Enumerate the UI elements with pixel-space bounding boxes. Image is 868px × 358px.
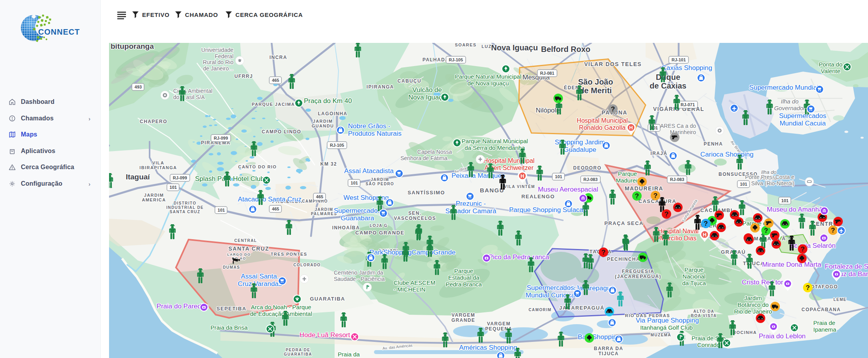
svg-text:Museu do Amanhã: Museu do Amanhã [767, 206, 823, 213]
svg-text:REALENGO: REALENGO [522, 194, 555, 199]
svg-text:?: ? [635, 192, 639, 200]
svg-text:LEME: LEME [833, 297, 846, 302]
svg-text:UniversidadeFederalRural do Ri: UniversidadeFederalRural do Riode Janeir… [201, 47, 233, 72]
svg-text:PARQUE JACIMAR: PARQUE JACIMAR [252, 102, 298, 107]
svg-text:RJ-083: RJ-083 [583, 177, 598, 182]
svg-text:?: ? [601, 249, 605, 256]
svg-text:Museu Aeroespacial: Museu Aeroespacial [538, 186, 598, 193]
svg-text:CANTO DO RIO: CANTO DO RIO [238, 164, 277, 169]
svg-text:São Joãode Meriti: São Joãode Meriti [578, 78, 613, 95]
svg-text:Mirante Dona Marta: Mirante Dona Marta [762, 261, 822, 268]
svg-text:Caxias Shopping: Caxias Shopping [662, 64, 713, 72]
svg-text:493: 493 [135, 85, 142, 89]
svg-text:RJ-101: RJ-101 [672, 57, 686, 62]
svg-text:SOARES: SOARES [455, 43, 477, 47]
svg-text:465: 465 [272, 78, 279, 83]
svg-text:TIJUCA: TIJUCA [743, 260, 764, 266]
svg-text:Supermercado Mundial: Supermercado Mundial [749, 84, 818, 91]
svg-text:Splash Park Hotel Clube: Splash Park Hotel Clube [195, 175, 268, 183]
svg-text:Arca do Noah - Parquede Educaç: Arca do Noah - Parquede Educação Ambient… [250, 304, 312, 317]
svg-text:?: ? [806, 284, 810, 292]
svg-text:?: ? [611, 105, 615, 113]
svg-text:MADUREIRA: MADUREIRA [625, 185, 663, 192]
svg-text:ParqueNacionalda Tijuca: ParqueNacionalda Tijuca [682, 266, 706, 286]
svg-text:Hospital MunicipalRonaldo Gazo: Hospital MunicipalRonaldo Gazolla [577, 117, 628, 131]
svg-text:VILA VINTÉM: VILA VINTÉM [504, 184, 535, 189]
svg-text:Praça do Km 40: Praça do Km 40 [304, 97, 352, 105]
svg-text:LAGOINHA: LAGOINHA [318, 111, 347, 116]
svg-text:ParkShoppingCampoGrande: ParkShoppingCampoGrande [370, 249, 455, 256]
svg-text:SupermercadosGuanabara: SupermercadosGuanabara [334, 207, 381, 222]
svg-text:LOJA G: LOJA G [370, 223, 387, 228]
svg-text:KM 32: KM 32 [320, 161, 337, 167]
svg-text:VARGEMGRANDE: VARGEMGRANDE [452, 312, 475, 323]
svg-text:465: 465 [272, 207, 279, 211]
svg-text:?: ? [704, 220, 708, 227]
svg-text:?: ? [801, 245, 805, 253]
svg-text:?: ? [664, 210, 668, 218]
svg-text:PEDRA DEGUARATIBA: PEDRA DEGUARATIBA [284, 348, 312, 356]
svg-text:IRAJÁ: IRAJÁ [650, 150, 667, 156]
svg-text:DEODORO: DEODORO [573, 165, 601, 171]
svg-text:VILAR DOS TELES: VILAR DOS TELES [584, 61, 642, 67]
svg-text:Praia da: Praia da [338, 351, 360, 358]
svg-text:TRES PONTES: TRES PONTES [270, 252, 307, 257]
svg-text:OTAFOGO: OTAFOGO [811, 284, 838, 290]
svg-text:?: ? [653, 192, 657, 199]
svg-text:Praia do Leblon: Praia do Leblon [759, 332, 805, 340]
svg-text:?: ? [764, 227, 768, 234]
svg-text:101: 101 [351, 181, 358, 185]
svg-text:Atacadão Santa Cruz: Atacadão Santa Cruz [238, 196, 302, 203]
svg-text:H: H [629, 125, 633, 131]
svg-text:101: 101 [170, 185, 177, 190]
svg-text:PALHADA: PALHADA [422, 57, 449, 63]
svg-text:CAMPO GRANDE: CAMPO GRANDE [355, 230, 404, 236]
svg-text:RJ-083: RJ-083 [670, 177, 684, 182]
svg-text:465: 465 [316, 194, 323, 199]
svg-text:DUMAS: DUMAS [223, 265, 240, 269]
svg-text:COLORADO: COLORADO [293, 263, 321, 267]
svg-text:JARDIMAMERICA: JARDIMAMERICA [142, 193, 166, 202]
svg-text:SEPETIBA: SEPETIBA [217, 306, 246, 312]
svg-text:Peixaria Mar'ques: Peixaria Mar'ques [452, 172, 505, 179]
svg-text:101: 101 [740, 182, 747, 186]
svg-text:sc aria Selarón: sc aria Selarón [791, 242, 835, 249]
svg-text:GUARATIBA: GUARATIBA [310, 296, 345, 302]
svg-text:Hode Luã Resort: Hode Luã Resort [300, 331, 350, 339]
svg-text:Assaí Santa.Cruz Varandas: Assaí Santa.Cruz Varandas [238, 273, 282, 288]
svg-text:Ponte Pres. Costa eSilva (Rio-: Ponte Pres. Costa eSilva (Rio-Niterói) [745, 174, 795, 186]
svg-text:Via Parque Shopping: Via Parque Shopping [636, 317, 699, 324]
svg-text:ParqueMadureir: ParqueMadureir [616, 170, 639, 184]
svg-text:SupermercadosMundial Cacuia: SupermercadosMundial Cacuia [779, 112, 826, 127]
svg-text:?: ? [831, 227, 835, 234]
svg-text:MUZEMA: MUZEMA [651, 333, 671, 337]
svg-text:JARDIMGUANDU: JARDIMGUANDU [312, 119, 334, 128]
svg-text:RJ-099: RJ-099 [214, 136, 228, 140]
svg-text:CAMORIM: CAMORIM [529, 308, 552, 312]
svg-text:Vulcão deNova Iguaçu: Vulcão deNova Iguaçu [408, 86, 446, 101]
svg-text:CABUÇU: CABUÇU [398, 78, 421, 84]
svg-text:Belford Roxo: Belford Roxo [541, 45, 590, 54]
svg-text:Pico da Pedra ranca: Pico da Pedra ranca [489, 253, 550, 261]
svg-text:H: H [520, 173, 524, 179]
svg-text:Itaguaí: Itaguaí [126, 173, 150, 181]
svg-text:Itanhangá Golf Club: Itanhangá Golf Club [640, 324, 692, 331]
svg-text:Assaí Atacadista: Assaí Atacadista [344, 167, 394, 175]
svg-text:RJ-071: RJ-071 [681, 102, 695, 107]
svg-text:CONNECT: CONNECT [38, 28, 80, 36]
svg-text:RJ-105: RJ-105 [330, 143, 344, 148]
svg-text:RJ-099: RJ-099 [173, 175, 187, 180]
svg-text:PRAÇA SECA: PRAÇA SECA [604, 220, 643, 226]
svg-text:MARACA Ã: MARACA Ã [754, 236, 786, 242]
svg-text:ROCINHA: ROCINHA [733, 330, 757, 335]
svg-text:FREGUESIA(JACAREPAGUÁ): FREGUESIA(JACAREPAGUÁ) [615, 269, 661, 279]
svg-text:INCRA: INCRA [270, 55, 287, 60]
svg-text:Cristo Red tor: Cristo Red tor [742, 279, 783, 286]
svg-text:UFRRJ: UFRRJ [234, 74, 253, 79]
svg-text:Cemitério Jardim daSaudade - P: Cemitério Jardim daSaudade - Paciência [334, 269, 385, 282]
svg-text:LUZ: LUZ [481, 44, 492, 49]
svg-text:Parque Natural Municipalda Ser: Parque Natural Municipalda Serra do Mend… [462, 138, 528, 151]
svg-text:PENHA: PENHA [703, 141, 723, 147]
svg-text:COPACABANA: COPACABANA [801, 307, 841, 312]
svg-text:BANGU: BANGU [480, 187, 504, 194]
